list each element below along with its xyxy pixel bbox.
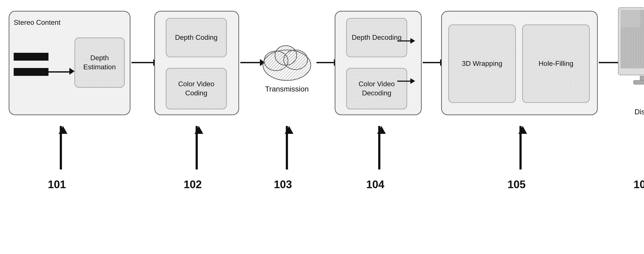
- svg-rect-17: [634, 80, 644, 84]
- color-video-decoding-box: Color Video Decoding: [346, 68, 407, 109]
- svg-rect-15: [620, 10, 640, 27]
- svg-point-4: [275, 46, 297, 65]
- label-103: 103: [274, 178, 292, 191]
- arrow-up-104: [378, 126, 380, 170]
- label-106: 106: [634, 178, 644, 191]
- color-video-coding-box: Color Video Coding: [166, 68, 227, 109]
- box-101: Stereo Content Depth Estimation: [9, 11, 130, 115]
- depth-decoding-box: Depth Decoding: [346, 18, 407, 57]
- label-105: 105: [508, 178, 526, 191]
- wrapping-3d-box: 3D Wrapping: [448, 24, 516, 103]
- label-101: 101: [48, 178, 66, 191]
- display-monitor: [617, 6, 644, 107]
- display-label: Display: [620, 108, 644, 116]
- depth-estimation-box: Depth Estimation: [74, 38, 124, 88]
- arrow-depth-decoding-out: [397, 38, 415, 44]
- stereo-content-label: Stereo Content: [14, 18, 60, 27]
- label-102: 102: [184, 178, 202, 191]
- label-104: 104: [366, 178, 384, 191]
- arrow-up-101: [60, 126, 62, 170]
- cloud-transmission: [259, 35, 315, 84]
- arrow-up-102: [196, 126, 198, 170]
- depth-coding-box: Depth Coding: [166, 18, 227, 57]
- diagram: Stereo Content Depth Estimation Depth Co…: [0, 0, 644, 254]
- arrow-color-decoding-out: [397, 78, 415, 84]
- video-bar-2: [14, 68, 48, 76]
- box-104: Depth Decoding Color Video Decoding: [335, 11, 422, 115]
- arrow-up-105: [520, 126, 522, 170]
- box-102: Depth Coding Color Video Coding: [154, 11, 239, 115]
- arrow-to-depth-est: [48, 71, 70, 72]
- arrow-up-103: [286, 126, 288, 170]
- box-105: 3D Wrapping Hole-Filling: [441, 11, 598, 115]
- arrow-head-depth-est: [69, 68, 74, 75]
- video-bar-1: [14, 53, 48, 60]
- svg-rect-16: [640, 76, 644, 80]
- hole-filling-box: Hole-Filling: [522, 24, 590, 103]
- transmission-label: Transmission: [261, 85, 313, 93]
